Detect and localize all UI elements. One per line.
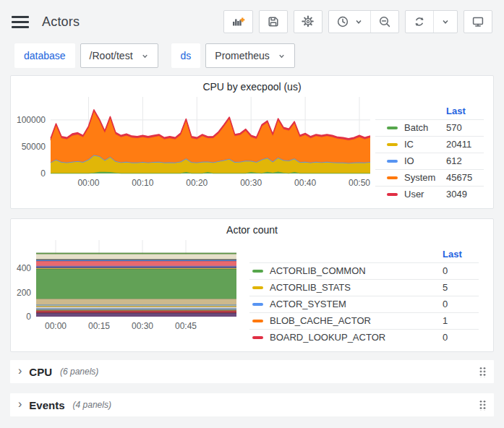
dashboard-settings-button[interactable] (294, 11, 322, 33)
series-last-value: 20411 (437, 136, 484, 153)
svg-text:400: 400 (17, 263, 31, 273)
zoom-out-time-button[interactable] (370, 11, 398, 33)
svg-text:0: 0 (26, 312, 31, 322)
series-color-swatch (252, 270, 263, 273)
chevron-down-icon (141, 52, 149, 60)
series-last-value: 0 (434, 296, 479, 312)
time-range-picker[interactable] (329, 11, 370, 33)
series-last-value: 0 (434, 262, 479, 279)
legend-row[interactable]: IO612 (375, 153, 484, 169)
dashboard-row-events[interactable]: › Events (4 panels) (10, 393, 494, 416)
actor-count-legend: Last ACTORLIB_COMMON0ACTORLIB_STATS5ACTO… (249, 246, 479, 346)
series-color-swatch (387, 143, 398, 146)
svg-text:00:00: 00:00 (77, 178, 99, 187)
row-drag-handle-icon[interactable] (479, 399, 486, 411)
refresh-interval-dropdown[interactable] (433, 11, 457, 33)
legend-row[interactable]: BLOB_CACHE_ACTOR1 (249, 312, 479, 329)
svg-text:0: 0 (40, 168, 46, 179)
series-label: IO (404, 155, 414, 166)
variable-label-ds: ds (171, 43, 201, 68)
gear-icon (302, 15, 315, 28)
chevron-down-icon (354, 17, 363, 26)
series-last-value: 1 (434, 312, 479, 329)
variable-select-database[interactable]: /Root/test (80, 43, 158, 68)
svg-text:00:15: 00:15 (88, 321, 110, 330)
series-label: ACTORLIB_COMMON (270, 265, 366, 276)
series-label: IC (404, 139, 414, 150)
legend-row[interactable]: Batch570 (375, 119, 484, 136)
panel-cpu-by-execpool: CPU by execpool (us) 05000010000000:0000… (10, 75, 494, 209)
legend-row[interactable]: BOARD_LOOKUP_ACTOR0 (249, 329, 479, 346)
clock-icon (336, 15, 349, 28)
tv-mode-button[interactable] (464, 11, 492, 33)
add-panel-icon (231, 15, 245, 28)
row-panel-count: (6 panels) (60, 367, 98, 377)
series-last-value: 570 (437, 119, 484, 136)
series-color-swatch (387, 193, 398, 196)
series-color-swatch (252, 286, 263, 289)
series-last-value: 45675 (437, 169, 484, 186)
series-label: BLOB_CACHE_ACTOR (270, 315, 371, 326)
refresh-icon (413, 15, 426, 28)
legend-row[interactable]: ACTORLIB_COMMON0 (249, 262, 479, 279)
dashboard-header: Actors (0, 0, 504, 38)
svg-text:200: 200 (17, 288, 31, 298)
series-label: ACTOR_SYSTEM (270, 299, 346, 309)
legend-row[interactable]: IC20411 (375, 136, 484, 153)
svg-text:00:45: 00:45 (175, 321, 197, 330)
legend-row[interactable]: ACTOR_SYSTEM0 (249, 296, 479, 312)
cpu-legend: Last Batch570IC20411IO612System45675User… (375, 103, 484, 202)
add-panel-button[interactable] (224, 11, 252, 33)
legend-row[interactable]: User3049 (375, 186, 484, 202)
series-color-swatch (387, 127, 398, 129)
legend-header-last[interactable]: Last (437, 103, 484, 119)
variable-value: /Root/test (90, 50, 133, 61)
chevron-right-icon: › (18, 364, 22, 377)
variable-label-database: database (14, 43, 75, 68)
row-title: Events (29, 399, 64, 411)
panel-actor-count: Actor count 020040000:0000:1500:3000:45 … (10, 218, 494, 352)
chevron-right-icon: › (18, 398, 22, 411)
toolbar (223, 10, 492, 33)
zoom-out-icon (378, 15, 391, 28)
series-color-swatch (252, 336, 263, 339)
series-color-swatch (252, 303, 263, 306)
svg-text:00:30: 00:30 (240, 178, 262, 187)
svg-text:50000: 50000 (22, 142, 46, 152)
row-title: CPU (29, 366, 52, 378)
actor-count-chart[interactable]: 020040000:0000:1500:3000:45 (12, 236, 245, 346)
svg-text:00:40: 00:40 (294, 178, 316, 187)
variable-value: Prometheus (215, 50, 269, 61)
save-icon (267, 15, 280, 28)
svg-text:00:50: 00:50 (349, 178, 370, 187)
chevron-down-icon (278, 52, 286, 60)
chevron-down-icon (441, 17, 450, 26)
series-label: ACTORLIB_STATS (270, 282, 351, 293)
template-variables: database /Root/test ds Prometheus (14, 43, 492, 68)
dashboard-title: Actors (42, 14, 210, 30)
series-color-swatch (387, 160, 398, 163)
save-dashboard-button[interactable] (260, 11, 287, 33)
series-last-value: 5 (434, 279, 479, 296)
legend-row[interactable]: ACTORLIB_STATS5 (249, 279, 479, 296)
menu-icon[interactable] (12, 16, 29, 28)
cpu-chart[interactable]: 05000010000000:0000:1000:2000:3000:4000:… (12, 93, 375, 202)
series-label: System (404, 172, 435, 183)
monitor-icon (471, 15, 484, 28)
variable-select-ds[interactable]: Prometheus (205, 43, 294, 68)
svg-text:00:00: 00:00 (45, 321, 67, 330)
dashboard-row-cpu[interactable]: › CPU (6 panels) (10, 360, 494, 383)
svg-text:00:20: 00:20 (186, 178, 208, 187)
row-drag-handle-icon[interactable] (479, 366, 486, 377)
svg-text:00:30: 00:30 (132, 321, 153, 330)
panel-title[interactable]: CPU by execpool (us) (11, 76, 493, 93)
series-label: User (404, 189, 424, 200)
panel-title[interactable]: Actor count (11, 219, 493, 236)
svg-text:100000: 100000 (17, 115, 46, 125)
legend-header-last[interactable]: Last (434, 246, 479, 262)
series-color-swatch (387, 176, 398, 179)
legend-row[interactable]: System45675 (375, 169, 484, 186)
refresh-button[interactable] (406, 11, 433, 33)
series-last-value: 0 (434, 329, 479, 346)
row-panel-count: (4 panels) (73, 400, 111, 410)
